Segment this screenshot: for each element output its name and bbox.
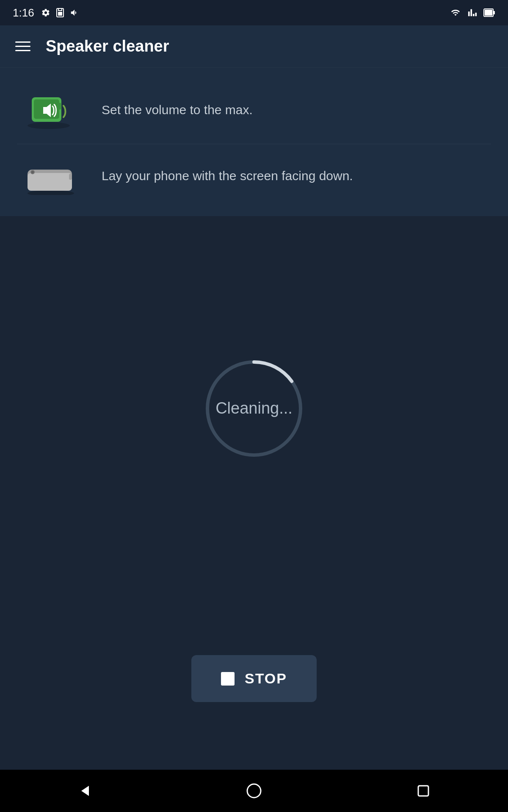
- status-bar: 1:16: [0, 0, 508, 25]
- stop-label: STOP: [245, 670, 287, 687]
- back-arrow-button[interactable]: [74, 780, 95, 801]
- recents-button[interactable]: [413, 780, 434, 801]
- svg-rect-11: [28, 173, 72, 191]
- instructions-section: Set the volume to the max.: [0, 68, 508, 216]
- wifi-icon: [450, 8, 461, 17]
- status-icons: [41, 8, 79, 17]
- main-content: Cleaning... STOP: [0, 216, 508, 770]
- hamburger-line-3: [15, 50, 30, 51]
- status-time: 1:16: [13, 6, 34, 19]
- instruction-facedown-text: Lay your phone with the screen facing do…: [102, 167, 353, 185]
- page-title: Speaker cleaner: [46, 37, 169, 55]
- hamburger-menu-button[interactable]: [15, 41, 30, 51]
- cleaning-status-text: Cleaning...: [215, 399, 293, 417]
- svg-rect-1: [58, 12, 62, 16]
- svg-point-16: [247, 784, 261, 798]
- hamburger-line-1: [15, 41, 30, 43]
- hamburger-line-2: [15, 46, 30, 47]
- svg-point-5: [28, 122, 70, 129]
- cleaning-container: Cleaning...: [199, 354, 309, 464]
- svg-rect-14: [69, 174, 72, 180]
- progress-ring-wrapper: Cleaning...: [199, 354, 309, 464]
- home-button[interactable]: [243, 780, 265, 801]
- sim-icon: [56, 8, 64, 17]
- phone-facedown-icon: [17, 157, 85, 195]
- phone-volume-svg: [21, 89, 80, 131]
- nav-bar: [0, 770, 508, 812]
- svg-rect-4: [485, 10, 492, 16]
- instruction-volume-text: Set the volume to the max.: [102, 101, 253, 119]
- status-bar-right: [450, 8, 495, 17]
- svg-marker-15: [81, 786, 89, 796]
- app-bar: Speaker cleaner: [0, 25, 508, 68]
- svg-point-9: [28, 190, 74, 195]
- recents-square-icon: [415, 782, 432, 799]
- instruction-volume: Set the volume to the max.: [17, 76, 491, 144]
- home-circle-icon: [246, 782, 262, 799]
- svg-rect-17: [418, 786, 428, 796]
- gear-icon: [41, 8, 50, 17]
- phone-volume-icon: [17, 89, 85, 131]
- phone-facedown-svg: [21, 157, 80, 195]
- volume-icon: [70, 8, 79, 17]
- svg-point-13: [31, 171, 34, 173]
- stop-button[interactable]: STOP: [191, 655, 317, 702]
- battery-icon: [483, 8, 495, 17]
- signal-icon: [467, 8, 478, 17]
- stop-square-icon: [221, 672, 235, 686]
- back-arrow-icon: [76, 782, 93, 799]
- status-bar-left: 1:16: [13, 6, 79, 19]
- svg-rect-8: [58, 103, 61, 110]
- svg-rect-3: [493, 11, 495, 14]
- instruction-facedown: Lay your phone with the screen facing do…: [17, 144, 491, 208]
